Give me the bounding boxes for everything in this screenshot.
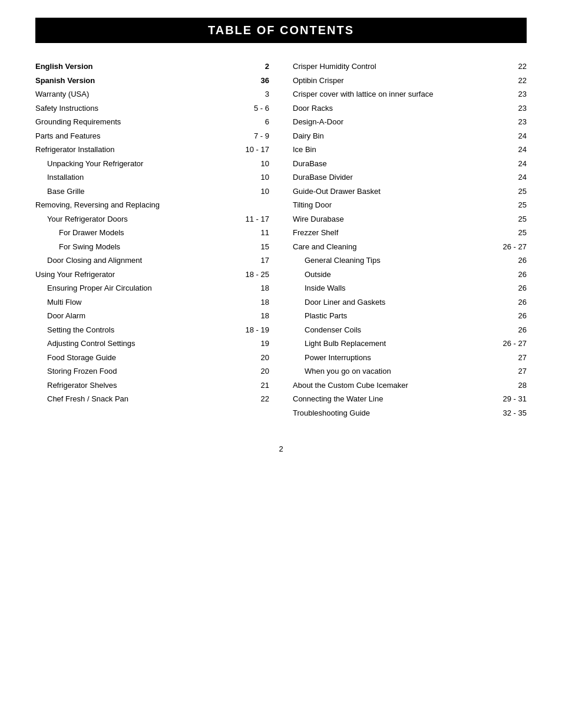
- toc-entry-page: 20: [246, 365, 269, 377]
- toc-entry: Frezzer Shelf25: [293, 227, 527, 239]
- toc-entry-label: Frezzer Shelf: [293, 227, 503, 239]
- toc-entry-page: 25: [503, 199, 527, 211]
- toc-entry: Crisper cover with lattice on inner surf…: [293, 88, 527, 100]
- toc-entry: Base Grille10: [35, 186, 269, 197]
- toc-entry: Condenser Coils26: [293, 324, 527, 336]
- toc-entry-label: Door Alarm: [35, 310, 246, 322]
- toc-entry: For Drawer Models11: [35, 227, 269, 239]
- toc-entry: Door Racks23: [293, 103, 527, 114]
- toc-entry-page: 7 - 9: [246, 130, 269, 142]
- toc-entry: Unpacking Your Refrigerator10: [35, 158, 269, 170]
- toc-entry-page: 26: [503, 297, 527, 308]
- toc-entry-page: 15: [246, 241, 269, 253]
- toc-entry-page: 17: [246, 255, 269, 266]
- toc-entry: Power Interruptions27: [293, 352, 527, 364]
- toc-entry-label: English Version: [35, 61, 246, 73]
- toc-entry-page: 10: [246, 186, 269, 197]
- toc-entry-label: Multi Flow: [35, 297, 246, 308]
- toc-entry-label: For Swing Models: [35, 241, 246, 253]
- toc-entry-page: 20: [246, 352, 269, 364]
- toc-entry-label: Outside: [293, 269, 503, 281]
- toc-entry-page: 25: [503, 227, 527, 239]
- toc-entry: Installation10: [35, 172, 269, 183]
- toc-entry-page: 27: [503, 365, 527, 377]
- toc-entry-label: Setting the Controls: [35, 324, 246, 336]
- toc-entry-label: Installation: [35, 172, 246, 183]
- toc-entry-page: 5 - 6: [246, 103, 269, 114]
- toc-left-column: English Version2Spanish Version36Warrant…: [35, 61, 269, 421]
- toc-entry-label: Door Racks: [293, 103, 503, 114]
- toc-entry-page: 36: [246, 75, 269, 87]
- toc-entry-label: Using Your Refrigerator: [35, 269, 246, 281]
- toc-entry-label: Removing, Reversing and Replacing: [35, 199, 246, 211]
- toc-entry: Crisper Humidity Control22: [293, 61, 527, 73]
- toc-entry-page: 25: [503, 186, 527, 197]
- toc-entry-page: 19: [246, 338, 269, 350]
- toc-entry-label: Safety Instructions: [35, 103, 246, 114]
- toc-entry: Optibin Crisper22: [293, 75, 527, 87]
- toc-entry-page: 26: [503, 282, 527, 294]
- toc-entry-page: 26 - 27: [503, 338, 527, 350]
- toc-entry-page: 26: [503, 255, 527, 266]
- toc-entry: Parts and Features7 - 9: [35, 130, 269, 142]
- toc-entry-label: Light Bulb Replacement: [293, 338, 503, 350]
- toc-entry: Ensuring Proper Air Circulation18: [35, 282, 269, 294]
- toc-entry: Chef Fresh / Snack Pan22: [35, 393, 269, 405]
- toc-entry: Tilting Door25: [293, 199, 527, 211]
- toc-entry: Refrigerator Installation10 - 17: [35, 144, 269, 156]
- toc-entry-page: 23: [503, 116, 527, 128]
- toc-entry-label: DuraBase Divider: [293, 172, 503, 183]
- toc-entry: Care and Cleaning26 - 27: [293, 241, 527, 253]
- toc-entry-page: 21: [246, 380, 269, 391]
- toc-entry-label: Guide-Out Drawer Basket: [293, 186, 503, 197]
- toc-entry: Using Your Refrigerator18 - 25: [35, 269, 269, 281]
- toc-entry-page: 11: [246, 227, 269, 239]
- toc-entry-page: 26: [503, 310, 527, 322]
- toc-entry-page: 10: [246, 158, 269, 170]
- toc-entry: For Swing Models15: [35, 241, 269, 253]
- toc-container: English Version2Spanish Version36Warrant…: [35, 61, 527, 421]
- toc-entry: Spanish Version36: [35, 75, 269, 87]
- toc-entry-page: 11 - 17: [246, 213, 269, 225]
- toc-entry-page: 27: [503, 352, 527, 364]
- toc-entry-label: Care and Cleaning: [293, 241, 503, 253]
- toc-entry-label: General Cleaning Tips: [293, 255, 503, 266]
- toc-entry: When you go on vacation27: [293, 365, 527, 377]
- toc-entry-page: 18: [246, 310, 269, 322]
- toc-entry: Troubleshooting Guide32 - 35: [293, 407, 527, 419]
- toc-entry-page: 22: [246, 393, 269, 405]
- toc-entry: DuraBase24: [293, 158, 527, 170]
- toc-entry-page: 26 - 27: [503, 241, 527, 253]
- toc-entry-label: Connecting the Water Line: [293, 393, 503, 405]
- toc-entry-page: 28: [503, 380, 527, 391]
- toc-entry-page: 23: [503, 88, 527, 100]
- toc-entry-label: Grounding Requirements: [35, 116, 246, 128]
- toc-entry-label: DuraBase: [293, 158, 503, 170]
- toc-entry-label: Door Closing and Alignment: [35, 255, 246, 266]
- toc-entry: Removing, Reversing and Replacing: [35, 199, 269, 211]
- toc-entry-label: Tilting Door: [293, 199, 503, 211]
- toc-entry-label: Inside Walls: [293, 282, 503, 294]
- toc-entry-page: 6: [246, 116, 269, 128]
- toc-entry-page: 22: [503, 61, 527, 73]
- toc-entry-page: 23: [503, 103, 527, 114]
- toc-entry-label: Food Storage Guide: [35, 352, 246, 364]
- toc-entry: Grounding Requirements6: [35, 116, 269, 128]
- toc-entry-label: Power Interruptions: [293, 352, 503, 364]
- toc-entry-label: Adjusting Control Settings: [35, 338, 246, 350]
- toc-entry-label: Wire Durabase: [293, 213, 503, 225]
- toc-entry: Safety Instructions5 - 6: [35, 103, 269, 114]
- toc-entry: General Cleaning Tips26: [293, 255, 527, 266]
- toc-entry-page: 18: [246, 297, 269, 308]
- toc-entry-label: Plastic Parts: [293, 310, 503, 322]
- toc-entry: DuraBase Divider24: [293, 172, 527, 183]
- toc-right-column: Crisper Humidity Control22Optibin Crispe…: [293, 61, 527, 421]
- page-number: 2: [35, 444, 527, 453]
- toc-entry-label: Refrigerator Installation: [35, 144, 246, 156]
- toc-entry: Dairy Bin24: [293, 130, 527, 142]
- toc-entry-label: Spanish Version: [35, 75, 246, 87]
- toc-entry-page: 10: [246, 172, 269, 183]
- toc-entry: Multi Flow18: [35, 297, 269, 308]
- toc-entry-page: 32 - 35: [503, 407, 527, 419]
- toc-entry: Door Liner and Gaskets26: [293, 297, 527, 308]
